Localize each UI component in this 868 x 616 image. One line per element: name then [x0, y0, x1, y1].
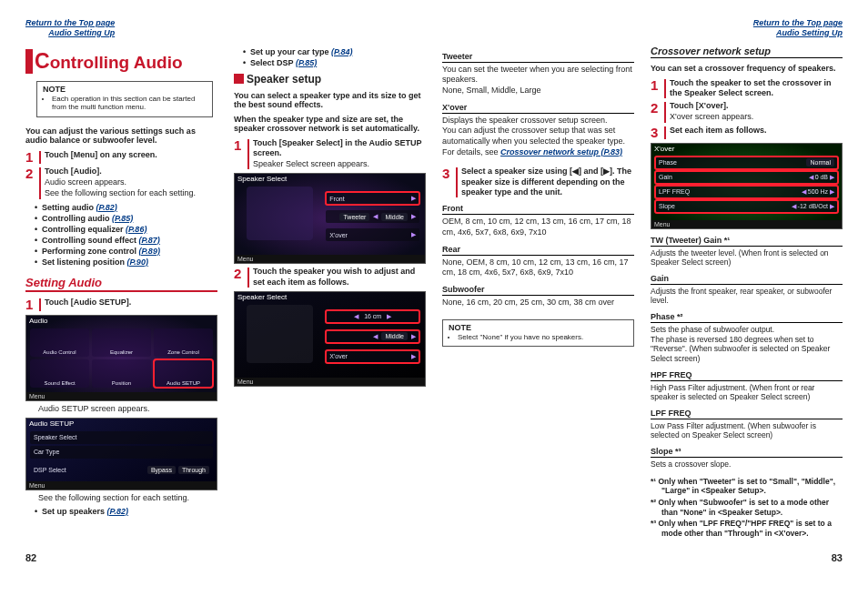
list-item: Setting audio (P.82) — [35, 203, 217, 212]
footnotes: *¹ Only when "Tweeter" is set to "Small"… — [651, 477, 843, 539]
ss-menu: Menu — [651, 220, 842, 228]
sa-step-1: 1 Touch [Audio SETUP]. — [25, 298, 217, 311]
screenshot-audio-menu: Audio Audio Control Equalizer Zone Contr… — [25, 315, 217, 401]
screenshot-speaker-select-1: Speaker Select Front▶ Tweeter ◀ Middle ▶… — [234, 173, 426, 264]
ss-menu: Menu — [235, 378, 425, 386]
footnote: *¹ Only when "Tweeter" is set to "Small"… — [651, 477, 843, 496]
ss-menu: Menu — [26, 481, 217, 490]
section-crossover: Crossover network setup — [651, 45, 843, 58]
note-title: NOTE — [449, 323, 628, 332]
ss-title: Audio — [29, 317, 47, 325]
list-item: Performing zone control (P.89) — [35, 247, 217, 256]
field-slope: Slope *³ — [651, 447, 843, 458]
column-1: Controlling Audio NOTE Each operation in… — [25, 45, 217, 540]
footnote: *³ Only when "LPF FREQ"/"HPF FREQ" is se… — [651, 519, 843, 538]
page-link[interactable]: (P.89) — [139, 247, 160, 256]
toc-bullets: Setting audio (P.82) Controlling audio (… — [35, 203, 217, 267]
step-1: 1 Touch [Menu] on any screen. — [25, 150, 217, 164]
note-item: Select "None" if you have no speakers. — [458, 333, 628, 342]
ss-menu: Menu — [235, 255, 425, 263]
field-front: Front — [442, 204, 634, 215]
section-link[interactable]: Audio Setting Up — [753, 28, 843, 38]
page-link[interactable]: (P.82) — [96, 203, 117, 212]
field-tweeter: Tweeter — [442, 52, 634, 63]
sp-step-1: 1 Touch [Speaker Select] in the Audio SE… — [234, 138, 426, 170]
list-item: Controlling equalizer (P.86) — [35, 225, 217, 234]
return-link[interactable]: Return to the Top page — [753, 18, 843, 28]
column-2: Set up your car type (P.84) Select DSP (… — [234, 45, 426, 540]
page-link[interactable]: (P.85) — [296, 58, 317, 67]
field-lpf: LPF FREQ — [651, 409, 843, 419]
field-phase: Phase *² — [651, 312, 843, 323]
page-footer: 82 83 — [25, 552, 843, 563]
ss-menu: Menu — [26, 392, 217, 400]
field-rear: Rear — [442, 245, 634, 256]
field-twgain: TW (Tweeter) Gain *¹ — [651, 236, 843, 247]
screenshot-speaker-select-2: Speaker Select ◀16 cm▶ ◀Middle▶ X'over▶ … — [234, 291, 426, 387]
ss-title: Speaker Select — [237, 175, 287, 183]
page-link[interactable]: (P.87) — [139, 236, 160, 245]
list-item: Select DSP (P.85) — [243, 58, 426, 67]
page-number-left: 82 — [25, 552, 36, 563]
note-title: NOTE — [43, 85, 207, 94]
caption: See the following section for each setti… — [38, 493, 217, 502]
screenshot-audio-setup: Audio SETUP Speaker Select Car Type DSP … — [25, 418, 217, 490]
page-columns: Controlling Audio NOTE Each operation in… — [25, 45, 843, 540]
col2-bullets: Set up your car type (P.84) Select DSP (… — [243, 47, 426, 67]
page-link[interactable]: (P.85) — [112, 214, 133, 223]
section-marker-icon — [234, 74, 244, 84]
page-number-right: 83 — [832, 552, 843, 563]
top-link-right[interactable]: Return to the Top page Audio Setting Up — [753, 18, 843, 38]
sp-step-2: 2 Touch the speaker you wish to adjust a… — [234, 267, 426, 288]
list-item: Controlling sound effect (P.87) — [35, 236, 217, 245]
list-item: Set listening position (P.90) — [35, 258, 217, 267]
cns-step-3: 3 Set each item as follows. — [651, 126, 843, 139]
note-item: Each operation in this section can be st… — [52, 95, 207, 112]
field-gain: Gain — [651, 274, 843, 285]
page-link[interactable]: (P.82) — [107, 507, 128, 516]
page-title: Controlling Audio — [25, 49, 217, 74]
field-subwoofer: Subwoofer — [442, 285, 634, 296]
intro-text: You can adjust the various settings such… — [25, 126, 217, 145]
section-speaker-setup: Speaker setup — [234, 73, 426, 86]
column-3: Tweeter You can set the tweeter when you… — [442, 45, 634, 540]
header-bar: Return to the Top page Audio Setting Up … — [25, 18, 843, 38]
ss-title: X'over — [654, 145, 674, 153]
screenshot-xover: X'over PhaseNormal Gain◀ 0 dB ▶ LPF FREQ… — [651, 143, 843, 229]
note-box: NOTE Select "None" if you have no speake… — [442, 319, 634, 348]
page-link[interactable]: (P.90) — [127, 258, 148, 267]
car-icon — [247, 187, 313, 240]
page-link[interactable]: (P.86) — [126, 225, 146, 234]
section-link[interactable]: Audio Setting Up — [25, 28, 115, 38]
sp-intro1: You can select a speaker type and its si… — [234, 91, 426, 109]
section-setting-audio: Setting Audio — [25, 276, 217, 292]
field-xover: X'over — [442, 103, 634, 114]
list-item: Set up speakers (P.82) — [35, 507, 217, 516]
ss-title: Audio SETUP — [29, 419, 74, 428]
page-link[interactable]: Crossover network setup (P.83) — [500, 147, 622, 157]
top-link-left[interactable]: Return to the Top page Audio Setting Up — [25, 18, 115, 38]
ss-title: Speaker Select — [237, 293, 287, 301]
page-link[interactable]: (P.84) — [331, 47, 352, 56]
car-icon — [247, 305, 313, 363]
cns-step-2: 2 Touch [X'over]. X'over screen appears. — [651, 101, 843, 123]
sa-bullets: Set up speakers (P.82) — [35, 507, 217, 516]
step-2: 2 Touch [Audio]. Audio screen appears. S… — [25, 167, 217, 199]
step-3: 3 Select a speaker size using [◀] and [▶… — [442, 167, 634, 197]
column-4: Crossover network setup You can set a cr… — [651, 45, 843, 540]
footnote: *² Only when "Subwoofer" is set to a mod… — [651, 498, 843, 517]
field-hpf: HPF FREQ — [651, 370, 843, 381]
cns-step-1: 1 Touch the speaker to set the crossover… — [651, 78, 843, 99]
sp-intro2: When the speaker type and size are set, … — [234, 115, 426, 133]
list-item: Controlling audio (P.85) — [35, 214, 217, 223]
list-item: Set up your car type (P.84) — [243, 47, 426, 56]
note-box: NOTE Each operation in this section can … — [36, 81, 213, 117]
return-link[interactable]: Return to the Top page — [25, 18, 115, 28]
caption: Audio SETUP screen appears. — [38, 404, 217, 413]
cns-intro: You can set a crossover frequency of spe… — [651, 64, 843, 73]
